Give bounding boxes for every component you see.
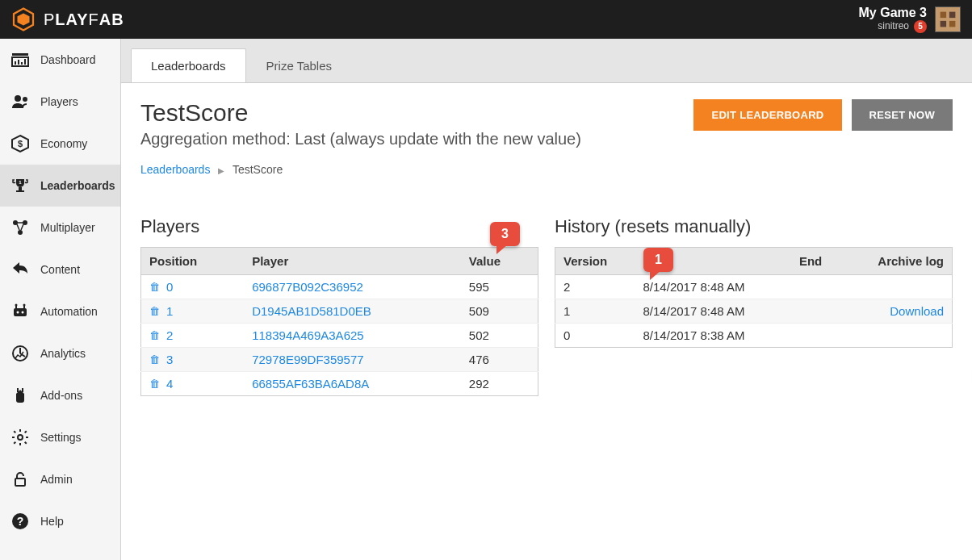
value-cell: 509 [461,299,538,324]
sidebar-item-analytics[interactable]: Analytics [0,332,120,374]
history-panel: History (resets manually) Version Start … [555,216,953,396]
brand[interactable]: PLAYFAB [11,7,124,31]
download-link[interactable]: Download [890,304,944,318]
breadcrumb-root-link[interactable]: Leaderboards [140,163,210,176]
edit-leaderboard-button[interactable]: EDIT LEADERBOARD [693,99,841,131]
player-link[interactable]: 66855AF63BA6AD8A [252,377,369,391]
table-row: 🗑372978E99DF359577476 [141,348,538,372]
avatar[interactable] [935,6,961,32]
sidebar-item-dashboard[interactable]: Dashboard [0,39,120,81]
svg-point-25 [22,311,24,314]
sidebar-item-label: Dashboard [40,53,96,66]
sidebar-item-label: Automation [40,305,98,318]
sidebar-item-addons[interactable]: Add-ons [0,374,120,416]
value-cell: 476 [461,348,538,372]
multiplayer-icon [10,218,31,237]
trash-icon[interactable]: 🗑 [149,378,160,390]
position-link[interactable]: 0 [166,280,173,294]
svg-marker-1 [18,14,30,26]
svg-rect-10 [18,60,19,65]
player-link[interactable]: D1945AB1D581D0EB [252,304,371,318]
sidebar-item-multiplayer[interactable]: Multiplayer [0,207,120,249]
svg-rect-34 [15,479,25,486]
svg-rect-5 [941,21,947,27]
version-cell: 2 [555,275,635,299]
table-row: 28/14/2017 8:48 AM [555,275,953,299]
callout-3: 3 [490,222,520,246]
value-cell: 595 [461,275,538,299]
user-menu[interactable]: My Game 3 sinitreo 5 [859,6,961,33]
archive-cell [843,324,952,348]
sidebar: Dashboard Players $ Economy 1 Leaderboar… [0,39,121,560]
col-end: End [791,248,843,275]
position-link[interactable]: 3 [166,353,173,366]
svg-point-33 [18,435,23,440]
col-player: Player [244,248,461,275]
sidebar-item-label: Multiplayer [40,221,95,234]
svg-point-28 [15,304,18,307]
notification-badge[interactable]: 5 [914,20,927,33]
sidebar-item-automation[interactable]: Automation [0,290,120,332]
sidebar-item-leaderboards[interactable]: 1 Leaderboards [0,165,120,207]
leaderboards-icon: 1 [10,176,31,195]
dashboard-icon [10,50,31,69]
brand-text: PLAYFAB [44,10,124,29]
tab-prize-tables[interactable]: Prize Tables [246,48,352,82]
tab-leaderboards[interactable]: Leaderboards [131,48,246,82]
trash-icon[interactable]: 🗑 [149,281,160,293]
player-link[interactable]: 118394A469A3A625 [252,328,363,342]
sidebar-item-admin[interactable]: Admin [0,458,120,500]
start-cell: 8/14/2017 8:38 AM [635,324,791,348]
sidebar-item-economy[interactable]: $ Economy [0,123,120,165]
breadcrumb: Leaderboards ▶ TestScore [140,163,953,176]
reset-now-button[interactable]: RESET NOW [852,99,953,131]
version-cell: 0 [555,324,635,348]
sidebar-item-label: Players [40,95,78,108]
settings-icon [10,428,31,447]
col-version: Version [555,248,635,275]
sidebar-item-label: Help [40,515,64,528]
sidebar-item-label: Leaderboards [40,179,115,192]
sidebar-item-content[interactable]: Content [0,249,120,290]
sidebar-item-help[interactable]: ? Help [0,500,120,542]
page-subtitle: Aggregation method: Last (always update … [140,130,581,148]
position-link[interactable]: 2 [166,328,173,342]
username: sinitreo [878,21,909,32]
svg-rect-18 [16,190,24,192]
players-panel: Players Position Player Value 🗑0696877B0… [140,216,538,396]
player-link[interactable]: 72978E99DF359577 [252,353,363,366]
svg-rect-4 [949,12,956,19]
automation-icon [10,302,31,321]
trash-icon[interactable]: 🗑 [149,305,160,317]
sidebar-item-label: Content [40,263,80,276]
analytics-icon [10,344,31,363]
position-link[interactable]: 1 [166,304,173,318]
archive-cell: Download [843,299,952,324]
sidebar-item-players[interactable]: Players [0,81,120,123]
history-title: History (resets manually) [555,216,953,237]
tabs: Leaderboards Prize Tables [121,39,972,82]
help-icon: ? [10,512,31,531]
value-cell: 292 [461,372,538,396]
table-row: 🗑1D1945AB1D581D0EB509 [141,299,538,324]
table-row: 18/14/2017 8:48 AMDownload [555,299,953,324]
sidebar-item-settings[interactable]: Settings [0,416,120,458]
table-row: 08/14/2017 8:38 AM [555,324,953,348]
content-icon [10,260,31,279]
trash-icon[interactable]: 🗑 [149,329,160,341]
svg-rect-6 [949,21,956,27]
sidebar-item-label: Settings [40,431,82,444]
player-link[interactable]: 696877B092C36952 [252,280,363,294]
position-link[interactable]: 4 [166,377,173,391]
table-row: 🗑0696877B092C36952595 [141,275,538,299]
value-cell: 502 [461,324,538,348]
col-archive: Archive log [843,248,952,275]
svg-rect-9 [15,61,16,65]
table-row: 🗑466855AF63BA6AD8A292 [141,372,538,396]
game-name: My Game 3 [859,6,927,20]
end-cell [791,324,843,348]
trash-icon[interactable]: 🗑 [149,353,160,366]
svg-rect-2 [936,7,960,31]
svg-rect-11 [21,62,23,65]
version-cell: 1 [555,299,635,324]
